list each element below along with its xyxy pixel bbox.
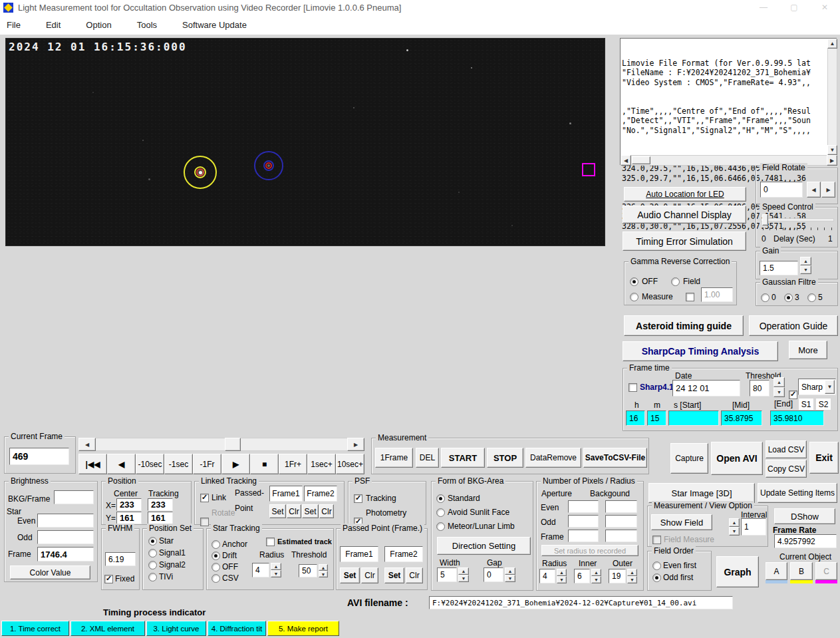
sharpcap-timing-analysis-button[interactable]: SharpCap Timing Analysis (623, 341, 778, 361)
linked-set1-button[interactable]: Set (269, 504, 286, 518)
copy-csv-button[interactable]: Copy CSV (766, 460, 807, 478)
star-frame-field[interactable]: 1746.4 (37, 547, 94, 561)
data-remove-button[interactable]: DataRemove (525, 448, 581, 468)
width-down-icon[interactable]: ▼ (458, 575, 469, 582)
gaussian-0-radio[interactable] (761, 293, 770, 302)
show-field-button[interactable]: Show Field (651, 514, 712, 530)
pp-set2-button[interactable]: Set (384, 567, 404, 583)
pset-signal2-radio[interactable] (148, 561, 157, 569)
odd-aperture-field[interactable] (568, 515, 599, 528)
object-a-button[interactable]: A (766, 562, 787, 580)
object-b-button[interactable]: B (790, 562, 813, 580)
direction-setting-button[interactable]: Direction Setting (437, 537, 531, 555)
gap-up-icon[interactable]: ▲ (505, 567, 515, 575)
pp-clr1-button[interactable]: Clr (361, 567, 378, 583)
field-rotate-right-icon[interactable]: ▶ (821, 182, 835, 198)
linked-clr2-button[interactable]: Clr (319, 504, 334, 518)
outer-input[interactable]: 19 (609, 569, 626, 583)
tab-xml-element[interactable]: 2. XML element (70, 621, 145, 636)
x-center-field[interactable]: 233 (116, 498, 142, 511)
dshow-button[interactable]: DShow (774, 508, 835, 524)
avi-filename-field[interactable]: F:¥2024¥20241202_371_Bohemia¥2024-12-02¥… (429, 596, 733, 609)
color-value-button[interactable]: Color Value (10, 565, 90, 579)
save-to-csv-button[interactable]: SaveToCSV-File (583, 448, 647, 468)
tab-light-curve[interactable]: 3. Light curve (146, 621, 206, 636)
meteor-limb-radio[interactable] (436, 522, 445, 531)
field-rotate-left-icon[interactable]: ◀ (807, 182, 821, 198)
estimated-track-checkbox[interactable] (266, 538, 275, 546)
minus-1sec-button[interactable]: -1sec (164, 454, 193, 474)
link-checkbox[interactable] (200, 494, 209, 502)
gamma-off-radio[interactable] (630, 277, 638, 286)
y-center-field[interactable]: 161 (116, 512, 142, 524)
frame-scroll-thumb[interactable] (225, 438, 241, 451)
frame-scroll-left-icon[interactable]: ◀ (78, 438, 96, 451)
step-back-button[interactable]: ◀ (107, 454, 136, 474)
one-frame-button[interactable]: 1Frame (375, 448, 413, 468)
asteroid-timing-guide-button[interactable]: Asteroid timing guide (624, 315, 744, 336)
video-display[interactable]: 2024 12 01 16:15:36:000 (5, 38, 605, 246)
frame-background-field[interactable] (605, 530, 637, 542)
mid-field[interactable]: 35.8795 (721, 410, 762, 426)
pp-frame2-field[interactable]: Frame2 (384, 546, 423, 562)
minus-10sec-button[interactable]: -10sec (136, 454, 164, 474)
y-tracking-field[interactable]: 161 (148, 512, 173, 524)
field-measure-checkbox[interactable] (652, 536, 661, 544)
more-button[interactable]: More (789, 341, 827, 359)
st-threshold-input[interactable]: 50 (299, 564, 317, 577)
x-tracking-field[interactable]: 233 (148, 498, 173, 511)
minimize-icon[interactable]: — (748, 0, 779, 15)
st-threshold-down-icon[interactable]: ▼ (319, 571, 328, 577)
gain-input[interactable]: 1.5 (760, 261, 798, 275)
threshold-up-icon[interactable]: ▲ (773, 377, 785, 387)
interval-up-icon[interactable]: ▲ (729, 518, 740, 527)
plus-1sec-button[interactable]: 1sec+ (307, 454, 336, 474)
radius-up-icon[interactable]: ▲ (557, 569, 567, 576)
sharp41-checkbox[interactable] (629, 383, 637, 392)
even-background-field[interactable] (605, 500, 637, 513)
speed-slider-track[interactable] (761, 218, 834, 222)
play-button[interactable]: ▶ (221, 454, 250, 474)
standard-radio[interactable] (436, 494, 445, 503)
gap-input[interactable]: 0 (484, 567, 503, 582)
st-radius-down-icon[interactable]: ▼ (271, 570, 281, 577)
pp-set1-button[interactable]: Set (340, 567, 360, 583)
gain-up-icon[interactable]: ▲ (800, 257, 811, 265)
audio-channel-display-button[interactable]: Audio Channel Display (623, 206, 746, 224)
tab-time-correct[interactable]: 1. Time correct (1, 621, 69, 636)
bkg-frame-field[interactable] (54, 490, 94, 504)
gaussian-3-radio[interactable] (784, 293, 793, 302)
avoid-sunlit-radio[interactable] (436, 508, 445, 517)
inner-input[interactable]: 6 (574, 569, 590, 583)
odd-first-radio[interactable] (652, 573, 661, 582)
rotate-checkbox[interactable] (200, 518, 209, 526)
linked-set2-button[interactable]: Set (302, 504, 319, 518)
frame-scrollbar[interactable] (78, 438, 364, 451)
object-c-button[interactable]: C (815, 562, 837, 580)
scroll-down-icon[interactable]: ▼ (827, 145, 837, 155)
speed-slider-thumb[interactable] (762, 214, 768, 226)
pp-clr2-button[interactable]: Clr (406, 567, 423, 583)
outer-up-icon[interactable]: ▲ (627, 569, 637, 576)
off-radio[interactable] (211, 563, 220, 571)
exit-button[interactable]: Exit (809, 442, 839, 474)
odd-background-field[interactable] (605, 515, 637, 528)
menu-option[interactable]: Option (86, 20, 111, 30)
skip-start-button[interactable]: |◀◀ (78, 454, 107, 474)
gain-down-icon[interactable]: ▼ (800, 265, 811, 274)
fwhm-input[interactable]: 6.19 (105, 552, 136, 566)
timing-error-simulation-button[interactable]: Timing Error Simulation (623, 232, 746, 251)
pset-star-radio[interactable] (148, 537, 157, 546)
sharp-select-dropdown-icon[interactable]: ▼ (825, 380, 835, 394)
anchor-radio[interactable] (211, 540, 220, 549)
del-button[interactable]: DEL (416, 448, 439, 468)
frame-rate-field[interactable]: 4.9257992 (774, 534, 837, 548)
stop-button[interactable]: STOP (487, 448, 523, 468)
fwhm-fixed-checkbox[interactable] (104, 575, 113, 583)
gamma-field-radio[interactable] (671, 277, 680, 286)
auto-location-led-button[interactable]: Auto Location for LED (624, 187, 746, 202)
threshold-input[interactable]: 80 (750, 380, 770, 397)
hscroll-thumb[interactable] (632, 156, 650, 164)
plus-1fr-button[interactable]: 1Fr+ (279, 454, 307, 474)
scroll-left-icon[interactable]: ◀ (621, 155, 631, 166)
